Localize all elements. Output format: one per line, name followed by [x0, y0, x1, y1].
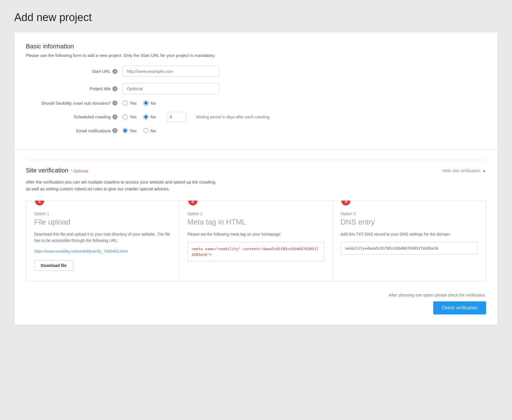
project-title-input[interactable]: [123, 83, 219, 94]
option2-title: Meta tag in HTML: [187, 218, 325, 227]
scheduled-yes-radio[interactable]: [123, 114, 128, 120]
option2-desc: Please set the following meta tag on you…: [187, 231, 325, 237]
basic-info-desc: Please use the following form to add a n…: [26, 53, 486, 58]
options-wrapper: 1 Option 1 File upload Download this fil…: [26, 200, 486, 281]
option2-code-box: <meta name="seobility" content="daea5c81…: [187, 242, 325, 262]
start-url-info-icon[interactable]: i: [112, 69, 117, 74]
subdomain-radio-group: Yes No: [123, 100, 156, 106]
option1-desc: Download this file and upload it to your…: [34, 231, 171, 244]
verification-desc: After the verification you can set multi…: [26, 179, 486, 192]
optional-badge: * Optional: [71, 169, 88, 173]
subdomain-row: Should Seobility crawl sub domains? i Ye…: [26, 100, 486, 106]
option3-dns-box: seobility=daea5c81f85cd16d6676505174205e…: [340, 242, 478, 255]
after-note: After choosing one option please check t…: [26, 293, 486, 297]
subdomain-no-radio[interactable]: [143, 100, 148, 106]
option2-col: 2 Option 2 Meta tag in HTML Please set t…: [179, 201, 333, 281]
project-title-info-icon[interactable]: i: [112, 86, 117, 91]
email-yes-label[interactable]: Yes: [123, 128, 137, 133]
hide-verification-link[interactable]: Hide site verification ▲: [442, 168, 486, 173]
project-title-label: Project title i: [26, 86, 123, 91]
check-verification-button[interactable]: Check verification: [433, 301, 486, 314]
verification-title: Site verification * Optional: [26, 167, 88, 174]
scheduled-yes-label[interactable]: Yes: [123, 114, 137, 120]
basic-info-title: Basic information: [26, 43, 486, 50]
subdomain-yes-label[interactable]: Yes: [123, 100, 137, 106]
site-verification-card: Site verification * Optional Hide site v…: [14, 150, 498, 325]
subdomain-label: Should Seobility crawl sub domains? i: [26, 100, 123, 106]
scheduled-radio-group: Yes No Waiting period in days after each…: [123, 112, 269, 122]
start-url-row: Start URL i: [26, 66, 486, 77]
subdomain-info-icon[interactable]: i: [112, 100, 117, 106]
scheduled-row: Scheduled crawling i Yes No Waiting peri…: [26, 112, 486, 122]
scheduled-no-radio[interactable]: [143, 114, 148, 120]
start-url-input[interactable]: [123, 66, 219, 77]
verification-header: Site verification * Optional Hide site v…: [26, 167, 486, 174]
download-file-button[interactable]: Download file: [34, 260, 73, 271]
option3-desc: Add this TXT DNS record to your DNS sett…: [340, 231, 478, 237]
scheduled-label: Scheduled crawling i: [26, 114, 123, 120]
email-radio-group: Yes No: [123, 128, 156, 133]
option1-number: 1: [34, 200, 45, 206]
start-url-label: Start URL i: [26, 69, 123, 74]
email-info-icon[interactable]: i: [112, 128, 117, 133]
email-label: Email notifications i: [26, 128, 123, 133]
basic-info-card: Basic information Please use the followi…: [14, 32, 498, 150]
option1-label: Option 1: [34, 211, 171, 216]
email-row: Email notifications i Yes No: [26, 128, 486, 133]
subdomain-no-label[interactable]: No: [143, 100, 156, 106]
email-yes-radio[interactable]: [123, 128, 128, 133]
option3-number: 3: [340, 200, 351, 206]
waiting-label: Waiting period in days after each crawli…: [196, 115, 270, 119]
section-divider: [26, 160, 486, 160]
option2-label: Option 2: [187, 211, 325, 216]
page-title: Add new project: [14, 11, 498, 24]
scheduled-no-label[interactable]: No: [143, 114, 156, 120]
email-no-radio[interactable]: [143, 128, 148, 133]
project-title-row: Project title i: [26, 83, 486, 94]
option1-link[interactable]: https://www.seobility.net/seobilityverif…: [34, 248, 171, 254]
option2-number: 2: [187, 200, 198, 206]
option1-title: File upload: [34, 218, 171, 227]
chevron-up-icon: ▲: [482, 168, 486, 173]
options-grid: 1 Option 1 File upload Download this fil…: [26, 200, 486, 281]
subdomain-yes-radio[interactable]: [123, 100, 128, 106]
footer-area: After choosing one option please check t…: [26, 287, 486, 314]
option1-col: 1 Option 1 File upload Download this fil…: [26, 201, 179, 281]
option3-col: 3 Option 3 DNS entry Add this TXT DNS re…: [333, 201, 486, 281]
option3-label: Option 3: [340, 211, 478, 216]
email-no-label[interactable]: No: [143, 128, 156, 133]
scheduled-info-icon[interactable]: i: [112, 114, 117, 120]
scheduled-days-input[interactable]: [166, 112, 186, 122]
option3-title: DNS entry: [340, 218, 478, 227]
